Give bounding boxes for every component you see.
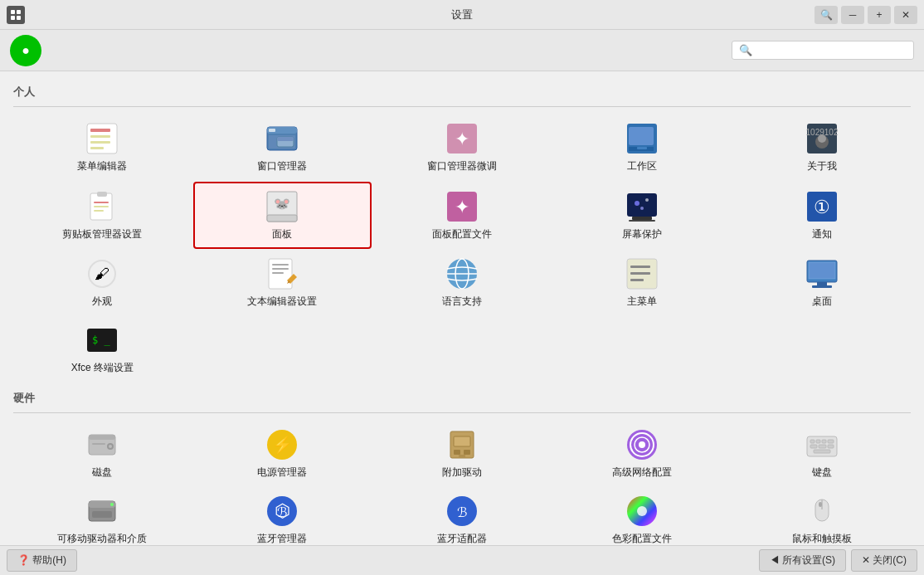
item-appearance[interactable]: 🖌 外观 [13, 251, 192, 315]
svg-rect-66 [89, 435, 115, 440]
item-removable[interactable]: 可移动驱动器和介质 [13, 488, 192, 545]
item-disk[interactable]: 磁盘 [13, 422, 192, 486]
svg-text:🐭: 🐭 [274, 196, 290, 212]
item-lang[interactable]: 语言支持 [373, 251, 552, 315]
svg-rect-75 [464, 450, 470, 455]
svg-rect-28 [94, 206, 109, 207]
svg-rect-6 [90, 135, 110, 138]
label-panel-profile: 面板配置文件 [432, 228, 492, 241]
icon-drivers [445, 428, 479, 461]
item-menu[interactable]: 主菜单 [552, 251, 731, 315]
svg-rect-55 [630, 266, 650, 268]
item-bluetooth-adapter[interactable]: ℬ 蓝牙适配器 [373, 488, 552, 545]
svg-rect-49 [272, 268, 289, 270]
divider-personal [13, 106, 911, 107]
close-button[interactable]: ✕ [894, 6, 917, 24]
avatar: ● [10, 35, 41, 66]
svg-text:🖌: 🖌 [95, 266, 109, 282]
icon-desktop [805, 257, 839, 290]
item-panel[interactable]: 🐭 面板 [193, 182, 372, 250]
label-drivers: 附加驱动 [442, 466, 482, 480]
item-network[interactable]: 高级网络配置 [552, 422, 731, 486]
help-button[interactable]: ❓ 帮助(H) [7, 549, 77, 572]
svg-text:⚡: ⚡ [272, 435, 293, 455]
icon-keyboard [805, 428, 839, 461]
item-terminal[interactable]: $ _ Xfce 终端设置 [13, 317, 192, 382]
all-settings-button[interactable]: ◀ 所有设置(S) [759, 549, 846, 572]
divider-hardware [13, 412, 911, 413]
icon-screensaver [625, 190, 659, 223]
item-about[interactable]: 1029102 关于我 [732, 115, 911, 180]
svg-rect-2 [11, 16, 15, 20]
label-disk: 磁盘 [92, 466, 112, 480]
item-screensaver[interactable]: 屏幕保护 [552, 182, 731, 250]
minimize-button[interactable]: ─ [841, 6, 864, 24]
label-text-editor: 文本编辑器设置 [247, 295, 317, 309]
icon-window-tweak: ✦ [445, 122, 479, 155]
svg-rect-82 [810, 440, 815, 443]
label-about: 关于我 [807, 160, 837, 173]
item-text-editor[interactable]: 文本编辑器设置 [193, 251, 372, 315]
icon-terminal: $ _ [85, 324, 119, 357]
svg-rect-18 [629, 127, 654, 145]
svg-rect-0 [11, 10, 15, 14]
search-button[interactable]: 🔍 [815, 6, 838, 24]
item-mouse[interactable]: 鼠标和触摸板 [732, 488, 911, 545]
svg-rect-76 [459, 455, 465, 458]
app-icon [7, 6, 25, 24]
window-title: 设置 [451, 7, 473, 22]
item-desktop[interactable]: 桌面 [732, 251, 911, 315]
item-power[interactable]: ⚡ 电源管理器 [193, 422, 372, 486]
search-box[interactable]: 🔍 [732, 41, 914, 60]
item-window-manager[interactable]: 窗口管理器 [193, 115, 372, 180]
item-color[interactable]: 色彩配置文件 [552, 488, 731, 545]
svg-rect-7 [90, 141, 110, 144]
label-workspace: 工作区 [627, 160, 657, 173]
svg-point-93 [110, 503, 114, 506]
icon-lang [445, 257, 479, 290]
svg-text:ℬ: ℬ [277, 505, 288, 519]
item-workspace[interactable]: 工作区 [552, 115, 731, 180]
svg-rect-27 [94, 202, 109, 203]
svg-rect-85 [828, 440, 834, 443]
svg-rect-1 [17, 10, 21, 14]
svg-rect-92 [92, 511, 112, 518]
item-panel-profile[interactable]: ✦ 面板配置文件 [373, 182, 552, 250]
svg-rect-103 [819, 502, 822, 507]
item-bluetooth[interactable]: ⬡ ℬ 蓝牙管理器 [193, 488, 372, 545]
titlebar-left [7, 6, 25, 24]
item-drivers[interactable]: 附加驱动 [373, 422, 552, 486]
svg-rect-8 [90, 147, 104, 149]
label-color: 色彩配置文件 [612, 533, 672, 545]
item-notification[interactable]: ① 通知 [732, 182, 911, 250]
label-bluetooth-adapter: 蓝牙适配器 [437, 533, 487, 545]
svg-point-100 [637, 506, 647, 516]
main-content: 个人 菜单编辑器 [0, 71, 924, 545]
hardware-grid: 磁盘 ⚡ 电源管理器 [13, 422, 911, 545]
svg-rect-3 [17, 16, 21, 20]
svg-text:ℬ: ℬ [456, 505, 467, 519]
svg-text:✦: ✦ [455, 129, 469, 149]
titlebar-controls: 🔍 ─ + ✕ [815, 6, 917, 24]
icon-bluetooth: ⬡ ℬ [265, 495, 299, 528]
svg-point-24 [818, 134, 826, 143]
label-appearance: 外观 [92, 295, 112, 309]
label-mouse: 鼠标和触摸板 [792, 533, 852, 545]
icon-mouse [805, 495, 839, 528]
label-window-tweak: 窗口管理器微调 [427, 160, 497, 173]
svg-rect-56 [630, 272, 650, 275]
icon-bluetooth-adapter: ℬ [445, 495, 479, 528]
svg-point-80 [639, 441, 645, 448]
toolbar: ● 🔍 [0, 30, 924, 71]
item-menu-editor[interactable]: 菜单编辑器 [13, 115, 192, 180]
close-footer-button[interactable]: ✕ 关闭(C) [851, 549, 917, 572]
maximize-button[interactable]: + [868, 6, 891, 24]
item-clipboard[interactable]: 剪贴板管理器设置 [13, 182, 192, 250]
label-notification: 通知 [812, 228, 832, 241]
svg-rect-86 [810, 445, 817, 448]
icon-network [625, 428, 659, 461]
item-keyboard[interactable]: 键盘 [732, 422, 911, 486]
item-window-tweak[interactable]: ✦ 窗口管理器微调 [373, 115, 552, 180]
svg-point-41 [640, 207, 644, 210]
search-input[interactable] [756, 44, 907, 56]
